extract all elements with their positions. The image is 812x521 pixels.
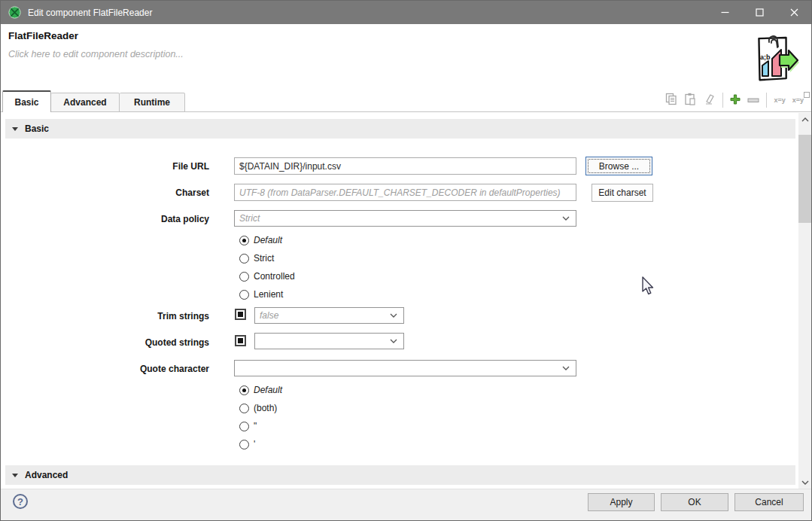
radio-icon <box>239 272 249 282</box>
wizard-edit-icon[interactable]: x=y <box>792 96 805 104</box>
cancel-label: Cancel <box>755 497 783 507</box>
browse-button[interactable]: Browse ... <box>585 157 652 175</box>
charset-label: Charset <box>1 187 209 198</box>
trim-strings-checkbox[interactable] <box>235 309 246 320</box>
dialog-header: FlatFileReader Click here to edit compon… <box>1 24 811 89</box>
radio-quote-both[interactable]: (both) <box>239 399 282 417</box>
edit-component-dialog: Edit component FlatFileReader FlatFileRe… <box>0 0 812 521</box>
trim-strings-combo-value: false <box>260 310 385 321</box>
cloverdx-logo-icon <box>8 6 21 19</box>
radio-selected-icon <box>239 385 249 395</box>
dialog-footer: ? Apply OK Cancel <box>1 489 811 521</box>
radio-data-policy-strict[interactable]: Strict <box>239 249 295 267</box>
window-controls <box>707 1 811 24</box>
quote-character-label: Quote character <box>1 364 209 374</box>
titlebar[interactable]: Edit component FlatFileReader <box>1 1 811 24</box>
property-toolbar: x=y x=y <box>665 92 805 108</box>
radio-icon <box>239 440 249 449</box>
eraser-icon[interactable] <box>703 93 716 108</box>
data-policy-radio-group: Default Strict Controlled Lenient <box>239 231 295 303</box>
properties-panel: Basic File URL Browse ... Charset Edit c… <box>1 112 798 489</box>
radio-icon <box>239 404 249 413</box>
help-icon[interactable]: ? <box>13 494 28 509</box>
tab-runtime-label: Runtime <box>134 97 170 108</box>
wizard-box-glyph <box>804 92 810 98</box>
section-advanced[interactable]: Advanced <box>5 465 795 485</box>
section-basic[interactable]: Basic <box>5 119 795 139</box>
radio-label: Default <box>254 235 282 245</box>
icon-ab-text: a;b <box>760 53 771 61</box>
radio-data-policy-lenient[interactable]: Lenient <box>239 285 295 303</box>
file-url-input[interactable] <box>234 157 576 175</box>
chevron-down-icon <box>562 216 570 221</box>
close-button[interactable] <box>777 1 811 24</box>
tab-advanced-label: Advanced <box>63 97 106 108</box>
edit-charset-label: Edit charset <box>598 187 646 198</box>
radio-label: " <box>254 421 257 431</box>
collapse-triangle-icon <box>12 127 18 131</box>
quoted-strings-combo[interactable] <box>254 333 404 349</box>
add-icon[interactable] <box>730 94 741 107</box>
quote-character-combo[interactable] <box>234 360 576 376</box>
radio-label: (both) <box>254 403 277 413</box>
radio-quote-single[interactable]: ' <box>239 435 282 453</box>
quoted-strings-checkbox[interactable] <box>235 335 246 346</box>
maximize-button[interactable] <box>742 1 777 24</box>
scrollbar-thumb[interactable] <box>798 135 811 223</box>
quote-character-radio-group: Default (both) " ' <box>239 381 282 453</box>
radio-label: Lenient <box>254 289 283 300</box>
radio-label: Controlled <box>254 271 295 282</box>
tab-bar: Basic Advanced Runtime <box>1 89 811 112</box>
chevron-down-icon <box>390 313 397 318</box>
chevron-down-icon <box>562 366 570 370</box>
minimize-button[interactable] <box>707 1 742 24</box>
radio-data-policy-default[interactable]: Default <box>239 231 295 249</box>
section-basic-label: Basic <box>25 123 49 134</box>
data-policy-label: Data policy <box>1 214 209 224</box>
edit-charset-button[interactable]: Edit charset <box>592 184 653 202</box>
quoted-strings-label: Quoted strings <box>1 337 209 348</box>
vertical-scrollbar[interactable] <box>798 113 811 489</box>
toolbar-separator <box>722 93 723 108</box>
component-description-placeholder[interactable]: Click here to edit component description… <box>8 49 184 59</box>
tab-basic-label: Basic <box>14 97 38 108</box>
flatfilereader-component-icon: a;b <box>747 32 802 87</box>
tab-runtime[interactable]: Runtime <box>120 93 185 112</box>
chevron-down-icon <box>390 339 397 343</box>
data-policy-combo[interactable]: Strict <box>234 210 576 227</box>
radio-data-policy-controlled[interactable]: Controlled <box>239 267 295 285</box>
remove-icon[interactable] <box>747 95 759 105</box>
radio-icon <box>239 422 249 431</box>
radio-icon <box>239 254 249 264</box>
file-url-label: File URL <box>1 161 209 172</box>
component-name: FlatFileReader <box>8 30 78 41</box>
paste-icon[interactable] <box>684 93 696 108</box>
trim-strings-label: Trim strings <box>1 311 209 321</box>
tab-advanced[interactable]: Advanced <box>51 93 120 112</box>
data-policy-combo-value: Strict <box>239 213 558 224</box>
scroll-down-icon[interactable] <box>798 476 811 489</box>
wizard-edit-glyph: x=y <box>792 96 804 104</box>
ok-button[interactable]: OK <box>661 493 728 511</box>
apply-button[interactable]: Apply <box>588 493 655 511</box>
toolbar-separator <box>766 93 767 108</box>
copy-icon[interactable] <box>665 93 677 108</box>
radio-quote-double[interactable]: " <box>239 417 282 435</box>
cancel-button[interactable]: Cancel <box>734 493 804 511</box>
charset-input[interactable] <box>234 184 576 201</box>
apply-label: Apply <box>610 497 632 507</box>
ok-label: OK <box>688 497 701 507</box>
browse-button-label: Browse ... <box>599 161 639 172</box>
radio-label: ' <box>254 439 255 449</box>
radio-label: Default <box>254 385 282 395</box>
window-title: Edit component FlatFileReader <box>28 8 152 18</box>
scroll-up-icon[interactable] <box>798 113 811 126</box>
section-advanced-label: Advanced <box>25 470 68 480</box>
radio-label: Strict <box>254 253 274 264</box>
simple-edit-icon[interactable]: x=y <box>774 96 785 104</box>
tab-basic[interactable]: Basic <box>2 90 51 112</box>
collapse-triangle-icon <box>12 474 18 477</box>
radio-selected-icon <box>239 236 249 245</box>
trim-strings-combo[interactable]: false <box>254 307 404 324</box>
radio-quote-default[interactable]: Default <box>239 381 282 399</box>
